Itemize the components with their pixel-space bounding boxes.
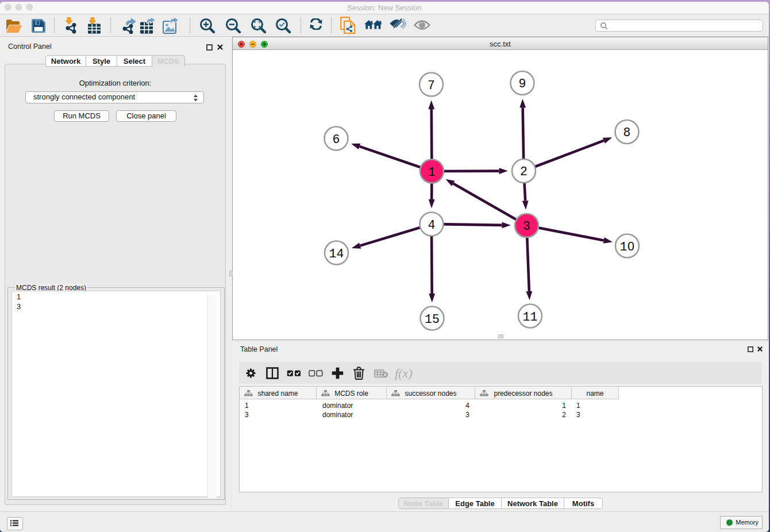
svg-text:9: 9: [519, 77, 526, 91]
svg-text:8: 8: [623, 126, 631, 140]
svg-text:4: 4: [428, 218, 436, 232]
svg-text:7: 7: [428, 79, 435, 92]
svg-text:11: 11: [523, 310, 538, 324]
svg-text:2: 2: [520, 165, 528, 179]
svg-text:1: 1: [428, 165, 436, 179]
svg-text:10: 10: [620, 240, 635, 254]
svg-text:3: 3: [523, 219, 530, 233]
svg-text:6: 6: [333, 133, 340, 147]
svg-text:14: 14: [329, 247, 344, 261]
svg-text:15: 15: [425, 313, 440, 326]
